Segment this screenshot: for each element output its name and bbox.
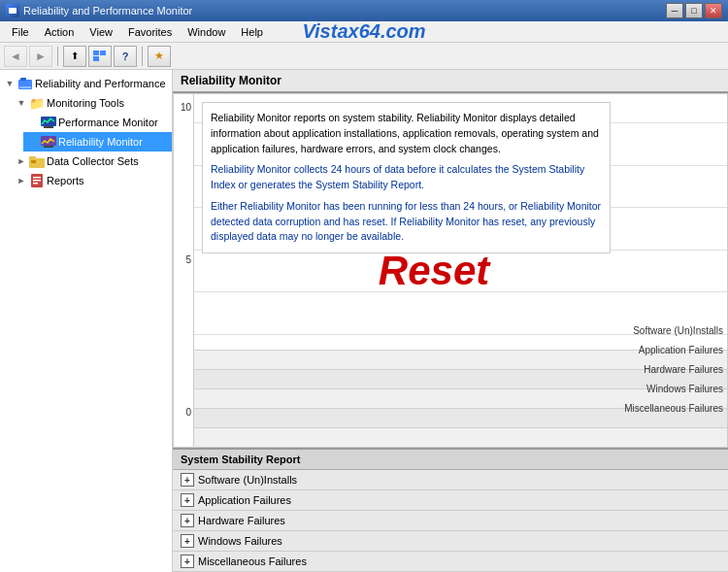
stability-label-app: Application Failures [198, 494, 291, 506]
sidebar-label-perf-monitor: Performance Monitor [58, 117, 158, 128]
content-area: Reliability Monitor 10 5 0 Reliabil [173, 70, 728, 572]
watermark: Vistax64.com [302, 20, 425, 43]
reliability-monitor-icon [41, 134, 56, 150]
svg-rect-2 [93, 56, 99, 61]
minimize-button[interactable]: ─ [666, 3, 683, 18]
expand-data-collector: ► [16, 155, 27, 167]
right-label-misc: Miscellaneous Failures [624, 398, 723, 418]
expand-icon-root: ▼ [4, 78, 16, 89]
stability-label-misc: Miscellaneous Failures [198, 555, 307, 567]
stability-row-misc[interactable]: + Miscellaneous Failures [173, 552, 728, 572]
right-labels: Software (Un)Installs Application Failur… [624, 320, 723, 418]
svg-rect-7 [44, 126, 53, 128]
chart-main: Reliability Monitor reports on system st… [193, 94, 727, 447]
svg-rect-0 [93, 50, 99, 55]
menu-window[interactable]: Window [180, 24, 233, 40]
reports-icon [29, 173, 45, 188]
toolbar-separator-2 [142, 47, 143, 66]
up-button[interactable]: ⬆ [63, 46, 86, 67]
menu-view[interactable]: View [82, 24, 120, 40]
svg-rect-9 [44, 146, 53, 148]
svg-rect-1 [100, 50, 106, 55]
y-axis: 10 5 0 [174, 94, 193, 447]
expand-app[interactable]: + [181, 493, 194, 507]
svg-rect-11 [29, 156, 36, 160]
sidebar-root-label: Reliability and Performance [35, 78, 166, 89]
svg-rect-12 [31, 160, 36, 163]
svg-rect-16 [33, 183, 38, 185]
stability-row-hardware[interactable]: + Hardware Failures [173, 511, 728, 531]
stability-label-windows: Windows Failures [198, 535, 282, 547]
expand-monitoring-tools: ▼ [16, 97, 27, 109]
expand-misc[interactable]: + [181, 555, 194, 568]
svg-rect-14 [33, 177, 41, 179]
stability-label-hardware: Hardware Failures [198, 515, 285, 526]
y-label-10: 10 [181, 102, 191, 113]
menu-help[interactable]: Help [233, 24, 271, 40]
sidebar-label-monitoring-tools: Monitoring Tools [47, 97, 124, 109]
right-label-hardware: Hardware Failures [624, 359, 723, 379]
expand-windows[interactable]: + [181, 534, 194, 548]
sidebar-item-root[interactable]: ▼ Reliability and Performance [0, 74, 172, 93]
main-layout: ▼ Reliability and Performance ▼ 📁 Monito… [0, 70, 728, 572]
folder-icon-collector [29, 153, 45, 169]
back-button[interactable]: ◄ [4, 46, 27, 67]
stability-row-app[interactable]: + Application Failures [173, 490, 728, 511]
sidebar-item-data-collector[interactable]: ► Data Collector Sets [12, 151, 172, 171]
chart-area: 10 5 0 Reliability Monitor reports on sy… [173, 93, 728, 448]
expand-software[interactable]: + [181, 473, 194, 487]
show-hide-button[interactable] [88, 46, 112, 67]
help-button[interactable]: ? [114, 46, 137, 67]
sidebar: ▼ Reliability and Performance ▼ 📁 Monito… [0, 70, 173, 572]
expand-hardware[interactable]: + [181, 514, 194, 527]
toolbar: ◄ ► ⬆ ? ★ [0, 43, 728, 70]
title-controls: ─ □ ✕ [666, 3, 722, 18]
right-label-app: Application Failures [624, 340, 723, 359]
perf-monitor-icon [41, 115, 56, 130]
stability-row-software[interactable]: + Software (Un)Installs [173, 470, 728, 490]
sidebar-item-performance-monitor[interactable]: Performance Monitor [23, 113, 172, 132]
menu-favorites[interactable]: Favorites [120, 24, 180, 40]
info-text-3: Either Reliability Monitor has been runn… [211, 199, 602, 245]
title-text: Reliability and Performance Monitor [23, 5, 192, 17]
reset-label: Reset [379, 248, 489, 294]
chart-info-box: Reliability Monitor reports on system st… [202, 102, 611, 253]
info-text-2: Reliability Monitor collects 24 hours of… [211, 162, 602, 193]
sidebar-item-reliability-monitor[interactable]: Reliability Monitor [23, 132, 172, 151]
right-label-windows: Windows Failures [624, 379, 723, 398]
stability-report: System Stability Report + Software (Un)I… [173, 448, 728, 572]
sidebar-item-monitoring-tools[interactable]: ▼ 📁 Monitoring Tools [12, 93, 172, 113]
expand-reports: ► [16, 175, 27, 186]
sidebar-label-data-collector: Data Collector Sets [47, 155, 139, 167]
sidebar-label-reports: Reports [47, 175, 84, 186]
sidebar-item-reports[interactable]: ► Reports [12, 171, 172, 190]
stability-row-windows[interactable]: + Windows Failures [173, 531, 728, 552]
expand-rel-monitor [27, 136, 39, 148]
menu-bar: File Action View Favorites Window Help V… [0, 21, 728, 43]
restore-button[interactable]: □ [685, 3, 703, 18]
title-bar: Reliability and Performance Monitor ─ □ … [0, 0, 728, 21]
sidebar-label-rel-monitor: Reliability Monitor [58, 136, 143, 148]
svg-rect-15 [33, 180, 41, 182]
svg-rect-4 [20, 78, 26, 81]
info-text-1: Reliability Monitor reports on system st… [211, 111, 602, 156]
menu-action[interactable]: Action [37, 24, 83, 40]
right-label-software: Software (Un)Installs [624, 320, 723, 340]
forward-button[interactable]: ► [29, 46, 52, 67]
y-label-0: 0 [185, 407, 191, 418]
app-icon [6, 4, 19, 17]
menu-file[interactable]: File [4, 24, 37, 40]
toolbar-separator-1 [57, 47, 58, 66]
stability-label-software: Software (Un)Installs [198, 474, 297, 486]
expand-perf-monitor [27, 117, 39, 128]
folder-icon-monitoring: 📁 [29, 95, 45, 111]
y-label-5: 5 [185, 254, 191, 265]
svg-rect-5 [19, 86, 31, 88]
chart-row-5 [194, 427, 727, 447]
stability-header: System Stability Report [173, 450, 728, 470]
content-header: Reliability Monitor [173, 70, 728, 93]
root-icon [17, 76, 33, 91]
favorites-button[interactable]: ★ [148, 46, 171, 67]
title-bar-left: Reliability and Performance Monitor [6, 4, 192, 17]
close-button[interactable]: ✕ [705, 3, 722, 18]
